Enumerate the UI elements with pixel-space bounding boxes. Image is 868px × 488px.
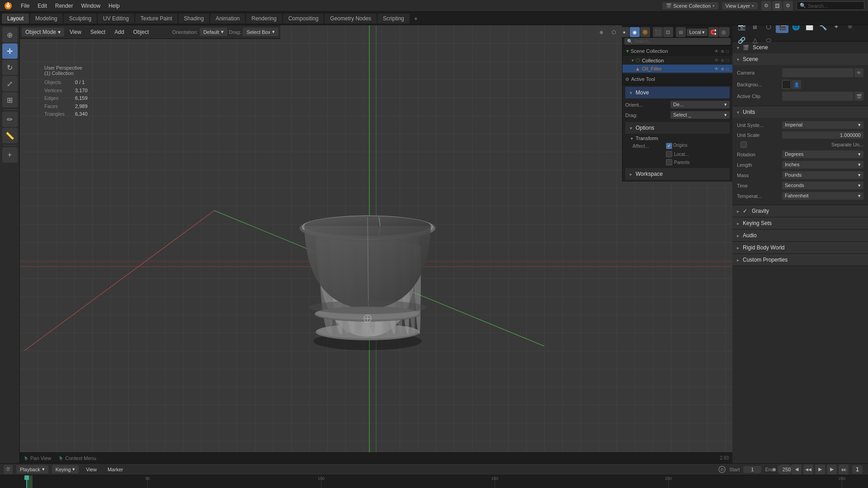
tab-scripting[interactable]: Scripting (377, 14, 410, 23)
material-props-icon[interactable]: ⬭ (762, 34, 775, 47)
engine-btn[interactable]: ⚙ (761, 1, 771, 11)
background-color-swatch[interactable] (782, 80, 791, 89)
tab-layout[interactable]: Layout (2, 14, 29, 23)
pivot-dropdown-btn[interactable]: ⊟ (676, 27, 686, 37)
scene-section-header[interactable]: Scene (732, 53, 868, 65)
tab-texture-paint[interactable]: Texture Paint (135, 14, 178, 23)
obj-cursor-icon[interactable]: ⊕ (721, 66, 724, 71)
overlay-toggle-btn[interactable]: ⬛ (653, 27, 663, 37)
keying-sets-header[interactable]: Keying Sets (732, 217, 868, 229)
workspace-header[interactable]: Workspace (625, 168, 730, 180)
locat-checkbox[interactable] (666, 151, 672, 157)
menu-file[interactable]: File (17, 2, 33, 10)
tab-rendering[interactable]: Rendering (246, 14, 282, 23)
background-eyedropper[interactable]: 👤 (792, 80, 801, 89)
collection-item[interactable]: ▾ ⬡ Collection 👁 ⊕ □ (623, 56, 732, 65)
timeline-playhead[interactable] (26, 475, 27, 488)
settings-btn[interactable]: ⚙ (783, 1, 793, 11)
menu-help[interactable]: Help (105, 2, 123, 10)
tab-animation[interactable]: Animation (210, 14, 245, 23)
timeline-bar[interactable]: 1 50 100 150 200 250 (0, 475, 868, 488)
cursor-tool[interactable]: ⊕ (2, 27, 18, 42)
playhead-handle[interactable] (24, 475, 29, 480)
rotate-tool[interactable]: ↻ (2, 60, 18, 75)
tool-name-header[interactable]: Move (625, 87, 730, 99)
scale-tool[interactable]: ⤢ (2, 76, 18, 91)
rotation-dropdown[interactable]: Degrees ▾ (782, 150, 863, 158)
global-search[interactable]: 🔍 Search... (797, 1, 864, 10)
col-hide-icon[interactable]: □ (726, 58, 729, 63)
orient-dropdown[interactable]: De... ▾ (670, 101, 730, 108)
frame-icon[interactable]: ⏱ (718, 466, 726, 473)
blender-logo[interactable] (4, 1, 13, 10)
add-primitive-tool[interactable]: + (2, 147, 18, 163)
length-dropdown[interactable]: Inches ▾ (782, 161, 863, 169)
col-eye-icon[interactable]: 👁 (714, 58, 719, 63)
play-reverse-btn[interactable]: ◀◀ (803, 465, 813, 474)
tab-compositing[interactable]: Compositing (283, 14, 324, 23)
temperature-dropdown[interactable]: Fahrenheit ▾ (782, 192, 863, 200)
parents-checkbox[interactable] (666, 159, 672, 165)
tab-modeling[interactable]: Modeling (30, 14, 63, 23)
wireframe-shade-btn[interactable]: ⬡ (609, 27, 619, 37)
drag-row-dropdown[interactable]: Select _ ▾ (670, 111, 730, 119)
timeline-view-btn[interactable]: View (82, 465, 100, 474)
obj-eye-icon[interactable]: 👁 (714, 66, 719, 71)
eye-icon[interactable]: 👁 (714, 49, 719, 54)
origins-checkbox[interactable]: ✓ (666, 143, 672, 149)
separate-units-checkbox[interactable] (741, 141, 747, 148)
menu-render[interactable]: Render (52, 2, 76, 10)
coord-space-dropdown[interactable]: Local ▾ (687, 28, 708, 36)
cursor-icon-out[interactable]: ⊕ (721, 49, 724, 54)
tab-shading[interactable]: Shading (179, 14, 209, 23)
xray-toggle-btn[interactable]: ⊡ (663, 27, 673, 37)
outliner-search-box[interactable]: 🔍 Search... (624, 38, 731, 45)
rendered-shade-btn[interactable]: 🔆 (640, 27, 650, 37)
custom-props-header[interactable]: Custom Properties (732, 254, 868, 266)
col-cursor-icon[interactable]: ⊕ (721, 58, 724, 63)
snap-toggle-btn[interactable]: 🧲 (708, 27, 718, 37)
unit-system-dropdown[interactable]: Imperial ▾ (782, 121, 863, 129)
step-forward-btn[interactable]: ▶ (827, 465, 837, 474)
add-workspace-btn[interactable]: + (410, 13, 421, 24)
proportional-toggle-btn[interactable]: ◎ (719, 27, 729, 37)
camera-value[interactable] (782, 68, 854, 77)
rigid-body-world-header[interactable]: Rigid Body World (732, 242, 868, 253)
obj-hide-icon[interactable]: □ (726, 66, 729, 71)
camera-eyedropper[interactable]: 👁 (854, 68, 863, 77)
menu-window[interactable]: Window (77, 2, 104, 10)
options-header[interactable]: Options (625, 122, 730, 134)
jump-end-btn[interactable]: ⏭ (839, 465, 849, 474)
scene-selector[interactable]: 🎬 Scene Collection ▾ (662, 2, 718, 9)
measure-tool[interactable]: 📏 (2, 128, 18, 143)
render-btn[interactable]: 🖼 (772, 1, 782, 11)
solid-shade-btn[interactable]: ● (619, 27, 629, 37)
play-btn[interactable]: ▶ (815, 465, 825, 474)
hide-icon[interactable]: □ (726, 49, 729, 54)
mass-dropdown[interactable]: Pounds ▾ (782, 171, 863, 179)
keying-dropdown[interactable]: Keying ▾ (52, 465, 79, 474)
transform-tool[interactable]: ⊞ (2, 92, 18, 108)
constraints-props-icon[interactable]: 🔗 (735, 34, 748, 47)
material-shade-btn[interactable]: ◉ (630, 27, 640, 37)
clip-eyedropper[interactable]: 🎬 (854, 92, 863, 101)
end-frame-input[interactable]: 250 (778, 466, 796, 473)
active-clip-value[interactable] (782, 92, 854, 101)
annotate-tool[interactable]: ✏ (2, 112, 18, 127)
data-props-icon[interactable]: △ (749, 34, 761, 47)
playback-dropdown[interactable]: Playback ▾ (16, 465, 48, 474)
tab-sculpting[interactable]: Sculpting (64, 14, 97, 23)
oil-filter-item[interactable]: ▲ Oil_Filter 👁 ⊕ □ (623, 65, 732, 73)
view-gizmo-btn[interactable]: ⊕ (596, 27, 606, 37)
units-section-header[interactable]: Units (732, 106, 868, 118)
time-dropdown[interactable]: Seconds ▾ (782, 182, 863, 189)
start-frame-input[interactable]: 1 (743, 466, 761, 473)
view-layer-selector[interactable]: View Layer ▾ (722, 2, 758, 9)
tab-geometry-nodes[interactable]: Geometry Nodes (325, 14, 377, 23)
timeline-icon[interactable]: ⏱ (4, 465, 13, 474)
tab-uv-editing[interactable]: UV Editing (98, 14, 134, 23)
timeline-marker-btn[interactable]: Marker (104, 465, 127, 474)
menu-edit[interactable]: Edit (34, 2, 51, 10)
current-frame-display[interactable]: 1 (852, 465, 863, 474)
audio-section-header[interactable]: Audio (732, 230, 868, 241)
